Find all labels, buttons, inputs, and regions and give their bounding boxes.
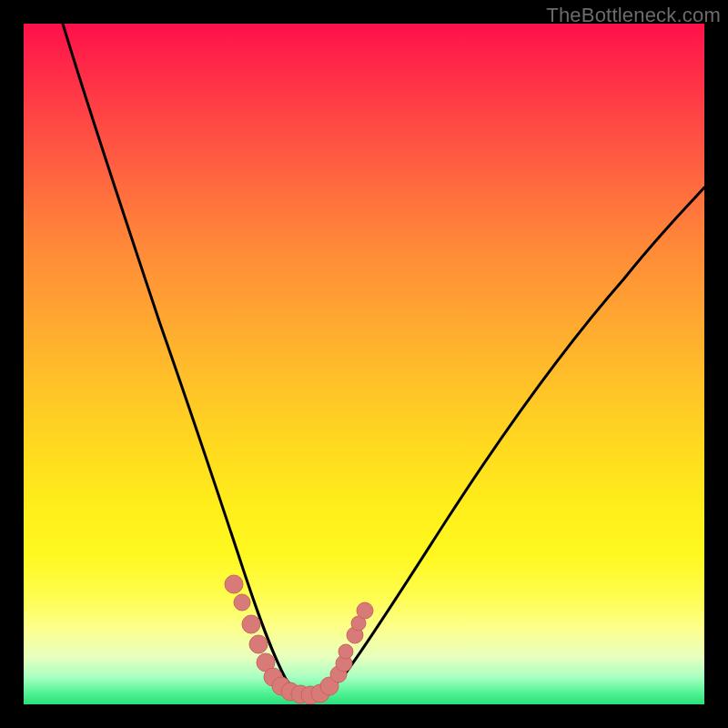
marker-group xyxy=(225,575,373,704)
marker-point xyxy=(249,635,268,653)
marker-point xyxy=(242,615,260,633)
marker-point xyxy=(339,644,353,659)
marker-point xyxy=(225,575,243,593)
curve-right-branch xyxy=(318,187,704,695)
curve-left-branch xyxy=(63,24,294,690)
marker-point xyxy=(234,594,250,611)
chart-frame: TheBottleneck.com xyxy=(0,0,728,728)
marker-point xyxy=(357,602,373,619)
plot-area xyxy=(24,24,704,704)
bottleneck-curve xyxy=(24,24,704,704)
watermark-text: TheBottleneck.com xyxy=(546,4,721,27)
